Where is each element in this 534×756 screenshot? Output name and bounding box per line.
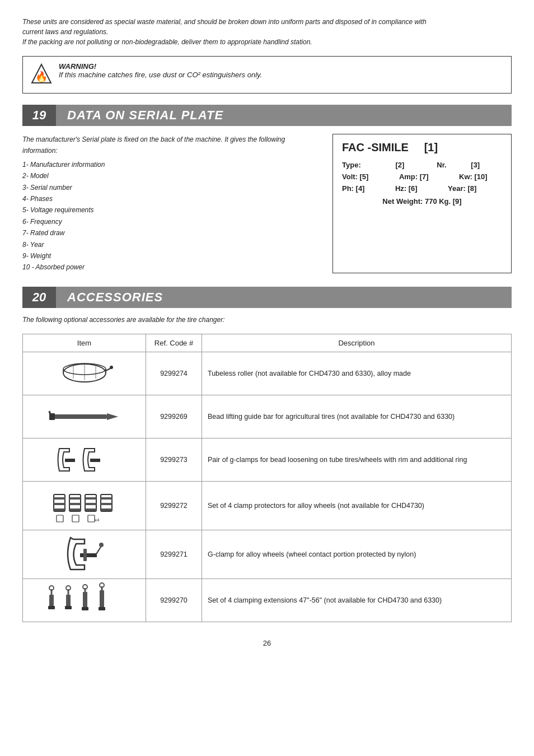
svg-rect-20 bbox=[54, 508, 65, 511]
svg-marker-12 bbox=[107, 413, 118, 420]
table-row: 9299274Tubeless roller (not available fo… bbox=[23, 352, 512, 395]
section19-title: DATA ON SERIAL PLATE bbox=[56, 105, 235, 126]
section19-header: 19 DATA ON SERIAL PLATE bbox=[22, 105, 512, 126]
page-number: 26 bbox=[22, 639, 512, 647]
warning-content: WARNING! If this machine catches fire, u… bbox=[59, 62, 262, 79]
section20-intro: The following optional accessories are a… bbox=[22, 316, 512, 324]
svg-rect-22 bbox=[69, 497, 81, 500]
intro-line3: If the packing are not polluting or non-… bbox=[22, 38, 312, 46]
list-item: 2- Model bbox=[22, 170, 321, 181]
section20-number: 20 bbox=[22, 287, 56, 308]
list-item: 8- Year bbox=[22, 239, 321, 250]
warning-title: WARNING! bbox=[59, 62, 262, 71]
list-item: 9- Weight bbox=[22, 250, 321, 262]
table-cell-item bbox=[23, 438, 146, 481]
col-header-desc: Description bbox=[202, 334, 512, 352]
table-cell-desc: Bead lifting guide bar for agricultural … bbox=[202, 395, 512, 438]
table-row: 9299271G-clamp for alloy wheels (wheel c… bbox=[23, 530, 512, 578]
section20-header: 20 ACCESSORIES bbox=[22, 287, 512, 308]
fac-ph-row: Ph: [4] Hz: [6] Year: [8] bbox=[342, 184, 502, 193]
svg-rect-15 bbox=[65, 459, 75, 462]
table-cell-desc: G-clamp for alloy wheels (wheel contact … bbox=[202, 530, 512, 578]
svg-rect-30 bbox=[101, 497, 112, 500]
svg-rect-31 bbox=[101, 503, 112, 505]
table-cell-desc: Tubeless roller (not available for CHD47… bbox=[202, 352, 512, 395]
svg-rect-44 bbox=[48, 606, 55, 609]
svg-rect-18 bbox=[54, 497, 65, 500]
svg-rect-34 bbox=[72, 515, 79, 522]
table-row: 9299269Bead lifting guide bar for agricu… bbox=[23, 395, 512, 438]
table-cell-refcode: 9299272 bbox=[146, 481, 202, 530]
fac-volt-row: Volt: [5] Amp: [7] Kw: [10] bbox=[342, 172, 502, 181]
svg-rect-53 bbox=[100, 590, 104, 610]
warning-box: 🔥 WARNING! If this machine catches fire,… bbox=[22, 56, 512, 94]
svg-text:🔥: 🔥 bbox=[35, 71, 48, 83]
accessory-icon-bead-bar bbox=[29, 400, 140, 433]
svg-rect-32 bbox=[101, 508, 112, 511]
section19-left: The manufacturer's Serial plate is fixed… bbox=[22, 134, 321, 273]
svg-rect-24 bbox=[69, 508, 81, 511]
table-cell-refcode: 9299274 bbox=[146, 352, 202, 395]
intro-block: These units are considered as special wa… bbox=[22, 17, 512, 47]
accessory-icon-clamp-protectors: x4 bbox=[29, 486, 140, 525]
list-item: 6- Frequency bbox=[22, 216, 321, 227]
table-cell-desc: Set of 4 clamping extensions 47"-56" (no… bbox=[202, 578, 512, 622]
section20-title: ACCESSORIES bbox=[56, 287, 174, 308]
svg-rect-19 bbox=[54, 503, 65, 505]
table-cell-refcode: 9299269 bbox=[146, 395, 202, 438]
svg-rect-23 bbox=[69, 503, 81, 505]
svg-rect-40 bbox=[83, 549, 87, 561]
table-cell-item bbox=[23, 578, 146, 622]
svg-point-7 bbox=[110, 366, 113, 369]
accessory-icon-tubeless-roller bbox=[29, 357, 140, 390]
section19-intro: The manufacturer's Serial plate is fixed… bbox=[22, 134, 321, 157]
warning-body: If this machine catches fire, use dust o… bbox=[59, 71, 262, 79]
svg-line-38 bbox=[96, 546, 101, 555]
table-cell-item bbox=[23, 352, 146, 395]
col-header-item: Item bbox=[23, 334, 146, 352]
accessory-icon-g-clamps-pair bbox=[29, 443, 140, 477]
table-row: x4 9299272Set of 4 clamp protectors for … bbox=[23, 481, 512, 530]
fire-warning-icon: 🔥 bbox=[31, 63, 52, 87]
svg-point-39 bbox=[99, 543, 104, 547]
svg-rect-27 bbox=[85, 503, 96, 505]
table-cell-item: x4 bbox=[23, 481, 146, 530]
table-cell-refcode: 9299270 bbox=[146, 578, 202, 622]
svg-rect-52 bbox=[82, 607, 88, 610]
table-header-row: Item Ref. Code # Description bbox=[23, 334, 512, 352]
svg-rect-56 bbox=[99, 607, 105, 610]
fac-type-row: Type: [2] Nr. [3] bbox=[342, 161, 502, 169]
list-item: 4- Phases bbox=[22, 193, 321, 204]
section19-list: 1- Manufacturer information2- Model3- Se… bbox=[22, 159, 321, 273]
section19-body: The manufacturer's Serial plate is fixed… bbox=[22, 134, 512, 273]
svg-rect-26 bbox=[85, 497, 96, 500]
list-item: 3- Serial number bbox=[22, 182, 321, 193]
svg-rect-28 bbox=[85, 508, 96, 511]
list-item: 7- Rated draw bbox=[22, 227, 321, 239]
accessory-icon-g-clamp-alloy bbox=[29, 535, 140, 574]
fac-simile-title: FAC -SIMILE [1] bbox=[342, 141, 502, 154]
table-cell-refcode: 9299273 bbox=[146, 438, 202, 481]
svg-rect-48 bbox=[65, 606, 72, 609]
table-cell-desc: Set of 4 clamp protectors for alloy whee… bbox=[202, 481, 512, 530]
fac-simile-box: FAC -SIMILE [1] Type: [2] Nr. [3] Volt: … bbox=[332, 134, 512, 273]
svg-rect-33 bbox=[57, 515, 63, 522]
table-cell-item bbox=[23, 530, 146, 578]
table-cell-desc: Pair of g-clamps for bead loosening on t… bbox=[202, 438, 512, 481]
svg-rect-35 bbox=[88, 515, 95, 522]
table-cell-refcode: 9299271 bbox=[146, 530, 202, 578]
col-header-refcode: Ref. Code # bbox=[146, 334, 202, 352]
svg-rect-16 bbox=[90, 459, 100, 462]
svg-rect-11 bbox=[51, 414, 107, 419]
table-row: 9299270Set of 4 clamping extensions 47"-… bbox=[23, 578, 512, 622]
svg-rect-37 bbox=[80, 553, 97, 557]
accessories-table: Item Ref. Code # Description 9299274Tube… bbox=[22, 334, 512, 622]
table-cell-item bbox=[23, 395, 146, 438]
list-item: 10 - Absorbed power bbox=[22, 262, 321, 273]
section19-number: 19 bbox=[22, 105, 56, 126]
list-item: 5- Voltage requirements bbox=[22, 204, 321, 216]
list-item: 1- Manufacturer information bbox=[22, 159, 321, 170]
svg-text:x4: x4 bbox=[95, 517, 100, 522]
accessory-icon-clamping-extensions bbox=[29, 584, 140, 617]
intro-line2: current laws and regulations. bbox=[22, 28, 108, 36]
